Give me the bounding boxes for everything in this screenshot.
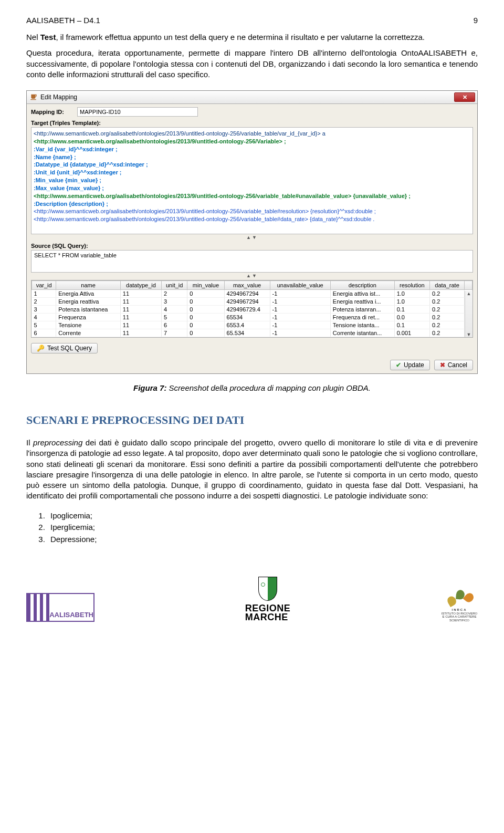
- flower-icon: [448, 590, 470, 607]
- page-number: 9: [474, 16, 478, 25]
- table-cell: 0: [187, 306, 224, 314]
- column-header[interactable]: description: [330, 281, 394, 290]
- cross-icon: ✖: [440, 361, 445, 369]
- pathologies-list: Ipoglicemia;Iperglicemia;Depressione;: [47, 510, 478, 546]
- table-row[interactable]: 4Frequenza115065534-1Frequenza di ret...…: [32, 314, 472, 321]
- scroll-up-icon: ▲: [467, 291, 471, 296]
- table-cell: Energia reattiva i...: [330, 298, 394, 306]
- table-row[interactable]: 1Energia Attiva11204294967294-1Energia a…: [32, 290, 472, 298]
- table-cell: 0.001: [394, 329, 429, 337]
- figure-caption: Figura 7: Screenshot della procedura di …: [26, 383, 478, 392]
- column-header[interactable]: unavailable_value: [270, 281, 330, 290]
- table-cell: 4: [162, 306, 187, 314]
- triple-line: <http://www.semanticweb.org/aalisabeth/o…: [34, 207, 470, 215]
- mapping-id-input[interactable]: MAPPING-ID10: [77, 107, 198, 117]
- table-cell: 11: [120, 290, 161, 298]
- table-row[interactable]: 6Corrente117065.534-1Corrente istantan..…: [32, 329, 472, 337]
- table-cell: 65.534: [224, 329, 270, 337]
- triple-line: <http://www.semanticweb.org/aalisabeth/o…: [34, 138, 470, 145]
- splitter-handle-1[interactable]: ▲▼: [27, 234, 477, 241]
- logo-regione-marche: REGIONE MARCHE: [245, 577, 291, 622]
- shield-icon: [258, 577, 277, 601]
- table-cell: 0.0: [394, 314, 429, 321]
- table-cell: Potenza istanran...: [330, 306, 394, 314]
- table-cell: 65534: [224, 314, 270, 321]
- check-icon: ✔: [396, 361, 401, 369]
- column-header[interactable]: datatype_id: [120, 281, 161, 290]
- triple-line: <http://www.semanticweb.org/aalisabeth/o…: [34, 130, 470, 138]
- table-row[interactable]: 3Potenza istantanea1140429496729.4-1Pote…: [32, 306, 472, 314]
- window-title-text: Edit Mapping: [40, 93, 77, 101]
- table-cell: 0: [187, 321, 224, 329]
- table-cell: 0: [187, 314, 224, 321]
- triple-line: :Description {description} ;: [34, 200, 470, 208]
- table-cell: 0: [187, 290, 224, 298]
- section-heading: SCENARI E PREPROCESSING DEI DATI: [26, 413, 478, 427]
- window-close-button[interactable]: ✕: [454, 92, 475, 102]
- table-cell: Frequenza: [56, 314, 121, 321]
- list-item: Iperglicemia;: [47, 522, 478, 534]
- triple-line: :Datatype_id {datatype_id}^^xsd:integer …: [34, 161, 470, 169]
- table-cell: 0.2: [430, 321, 465, 329]
- table-cell: 0.2: [430, 329, 465, 337]
- vertical-scrollbar[interactable]: ▲ ▼: [465, 291, 472, 337]
- table-cell: -1: [270, 314, 330, 321]
- paragraph-procedure: Questa procedura, iterata opportunamente…: [26, 48, 478, 80]
- table-cell: -1: [270, 321, 330, 329]
- mapping-id-label: Mapping ID:: [31, 109, 74, 115]
- update-button[interactable]: ✔ Update: [390, 360, 430, 370]
- scroll-down-icon: ▼: [467, 332, 471, 337]
- cancel-button[interactable]: ✖ Cancel: [434, 360, 473, 370]
- table-cell: 0.1: [394, 306, 429, 314]
- column-header[interactable]: max_value: [224, 281, 270, 290]
- table-cell: -1: [270, 298, 330, 306]
- logo-aalisabeth: AALISABETH: [26, 593, 94, 622]
- triple-line: :Min_value {min_value} ;: [34, 176, 470, 184]
- table-cell: 4: [32, 314, 56, 321]
- column-header[interactable]: data_rate: [430, 281, 465, 290]
- table-cell: Energia attiva ist...: [330, 290, 394, 298]
- test-sql-button[interactable]: 🔑 Test SQL Query: [31, 343, 98, 353]
- source-section-label: Source (SQL Query):: [27, 241, 477, 250]
- table-cell: 3: [32, 306, 56, 314]
- close-icon: ✕: [463, 94, 467, 101]
- column-header[interactable]: resolution: [394, 281, 429, 290]
- column-header[interactable]: name: [56, 281, 121, 290]
- table-cell: 11: [120, 306, 161, 314]
- table-cell: 1.0: [394, 290, 429, 298]
- table-cell: 1.0: [394, 298, 429, 306]
- table-cell: 1: [32, 290, 56, 298]
- table-cell: 7: [162, 329, 187, 337]
- table-cell: -1: [270, 329, 330, 337]
- footer-logos: AALISABETH REGIONE MARCHE INRCA ISTITUTO…: [26, 561, 478, 622]
- table-cell: Frequenza di ret...: [330, 314, 394, 321]
- table-cell: 11: [120, 314, 161, 321]
- column-header[interactable]: min_value: [187, 281, 224, 290]
- column-header[interactable]: var_id: [32, 281, 56, 290]
- table-cell: 0.2: [430, 298, 465, 306]
- keys-icon: 🔑: [37, 345, 45, 352]
- list-item: Depressione;: [47, 534, 478, 546]
- column-header[interactable]: unit_id: [162, 281, 187, 290]
- table-cell: 3: [162, 298, 187, 306]
- table-cell: 5: [162, 314, 187, 321]
- table-cell: 4294967294: [224, 290, 270, 298]
- sql-query-textarea[interactable]: SELECT * FROM variable_table: [31, 250, 473, 273]
- table-row[interactable]: 2Energia reattiva11304294967294-1Energia…: [32, 298, 472, 306]
- table-cell: 11: [120, 321, 161, 329]
- table-cell: 0: [187, 329, 224, 337]
- triple-line: :Max_value {max_value} ;: [34, 184, 470, 192]
- doc-title: AALISABETH – D4.1: [26, 16, 100, 25]
- triples-template-textarea[interactable]: <http://www.semanticweb.org/aalisabeth/o…: [31, 127, 473, 234]
- triple-line: <http://www.semanticweb.org/aalisabeth/o…: [34, 192, 470, 200]
- results-grid: var_idnamedatatype_idunit_idmin_valuemax…: [31, 280, 473, 338]
- table-cell: Corrente istantan...: [330, 329, 394, 337]
- table-cell: -1: [270, 290, 330, 298]
- logo-inrca: INRCA ISTITUTO DI RICOVERO E CURA A CARA…: [441, 590, 478, 622]
- table-cell: Energia Attiva: [56, 290, 121, 298]
- table-cell: 0.1: [394, 321, 429, 329]
- table-row[interactable]: 5Tensione11606553.4-1Tensione istanta...…: [32, 321, 472, 329]
- splitter-handle-2[interactable]: ▲▼: [27, 273, 477, 279]
- table-cell: Potenza istantanea: [56, 306, 121, 314]
- table-cell: 11: [120, 329, 161, 337]
